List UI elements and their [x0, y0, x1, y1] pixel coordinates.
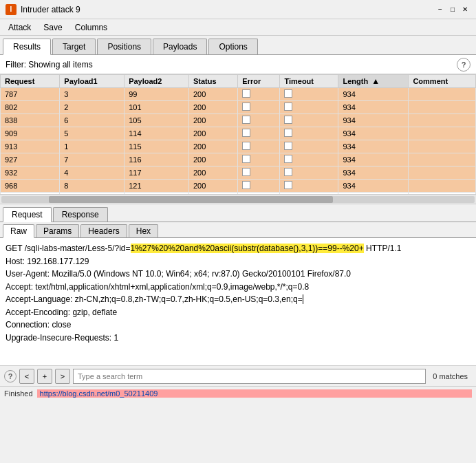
error-checkbox[interactable] [242, 116, 250, 124]
req-line1-prefix: GET /sqli-labs-master/Less-5/?id= [6, 244, 131, 253]
req-line3: User-Agent: Mozilla/5.0 (Windows NT 10.0… [6, 269, 351, 279]
menu-attack[interactable]: Attack [3, 21, 36, 34]
timeout-checkbox[interactable] [284, 116, 292, 124]
timeout-checkbox[interactable] [284, 129, 292, 137]
title-bar-text: Intruder attack 9 [21, 5, 435, 14]
inner-tab-params[interactable]: Params [36, 224, 79, 237]
sub-tab-response[interactable]: Response [53, 207, 108, 222]
menu-columns[interactable]: Columns [69, 21, 113, 34]
timeout-checkbox[interactable] [284, 89, 292, 98]
sub-tab-request[interactable]: Request [3, 207, 52, 222]
table-scrollbar[interactable] [0, 195, 476, 204]
maximize-button[interactable]: □ [447, 4, 458, 15]
req-line7: Connection: close [6, 320, 71, 330]
col-comment[interactable]: Comment [409, 75, 476, 88]
col-request[interactable]: Request [1, 75, 60, 88]
prev-button[interactable]: < [19, 369, 34, 384]
results-table: Request Payload1 Payload2 Status Error T… [0, 74, 476, 195]
timeout-checkbox[interactable] [284, 155, 292, 163]
req-line8: Upgrade-Insecure-Requests: 1 [6, 333, 118, 343]
matches-label: 0 matches [429, 372, 472, 380]
col-status[interactable]: Status [188, 75, 237, 88]
next-button[interactable]: > [55, 369, 70, 384]
tab-target[interactable]: Target [52, 39, 96, 54]
col-error[interactable]: Error [238, 75, 280, 88]
request-content[interactable]: GET /sqli-labs-master/Less-5/?id=1%27%20… [0, 238, 476, 365]
error-checkbox[interactable] [242, 103, 250, 111]
table-row[interactable]: 787399200934 [1, 88, 476, 101]
table-row[interactable]: 9131115200934 [1, 140, 476, 153]
timeout-checkbox[interactable] [284, 142, 292, 150]
add-button[interactable]: + [37, 369, 52, 384]
inner-tab-bar: Raw Params Headers Hex [0, 222, 476, 238]
inner-tab-hex[interactable]: Hex [129, 224, 158, 237]
table-row[interactable]: 9688121200934 [1, 180, 476, 193]
table-row[interactable]: 8022101200934 [1, 101, 476, 114]
status-label: Finished [4, 389, 33, 398]
results-table-container[interactable]: Request Payload1 Payload2 Status Error T… [0, 74, 476, 195]
req-line1: GET /sqli-labs-master/Less-5/?id=1%27%20… [6, 244, 401, 253]
error-checkbox[interactable] [242, 181, 250, 189]
search-input[interactable] [73, 369, 426, 384]
filter-bar: Filter: Showing all items ? [0, 55, 476, 74]
req-line6: Accept-Encoding: gzip, deflate [6, 308, 117, 317]
menu-save[interactable]: Save [38, 21, 67, 34]
req-line4: Accept: text/html,application/xhtml+xml,… [6, 282, 309, 292]
table-row[interactable]: 9277116200934 [1, 153, 476, 166]
req-line1-suffix: HTTP/1.1 [364, 244, 402, 253]
error-checkbox[interactable] [242, 155, 250, 163]
close-button[interactable]: ✕ [459, 4, 470, 15]
table-row[interactable]: 9095114200934 [1, 127, 476, 140]
h-scrollbar-track[interactable] [1, 196, 475, 203]
error-checkbox[interactable] [242, 168, 250, 176]
menu-bar: Attack Save Columns [0, 19, 476, 36]
req-line1-highlight: 1%27%20%20and%20ascii(substr(database(),… [131, 244, 364, 253]
tab-results[interactable]: Results [3, 39, 51, 55]
tab-payloads[interactable]: Payloads [153, 39, 207, 54]
filter-help-button[interactable]: ? [457, 58, 470, 72]
filter-text: Filter: Showing all items [6, 60, 457, 69]
app-icon: I [6, 4, 17, 15]
error-checkbox[interactable] [242, 142, 250, 150]
bottom-toolbar: ? < + > 0 matches [0, 365, 476, 386]
title-bar: I Intruder attack 9 − □ ✕ [0, 0, 476, 19]
timeout-checkbox[interactable] [284, 181, 292, 189]
col-timeout[interactable]: Timeout [280, 75, 338, 88]
error-checkbox[interactable] [242, 89, 250, 98]
col-length[interactable]: Length ▲ [338, 75, 409, 88]
req-line2: Host: 192.168.177.129 [6, 257, 89, 266]
col-payload2[interactable]: Payload2 [125, 75, 189, 88]
sort-arrow: ▲ [371, 76, 380, 86]
status-bar: Finished https://blog.csdn.net/m0_502114… [0, 386, 476, 400]
inner-tab-headers[interactable]: Headers [80, 224, 127, 237]
table-row[interactable]: 9324117200934 [1, 166, 476, 180]
table-header-row: Request Payload1 Payload2 Status Error T… [1, 75, 476, 88]
main-tab-bar: Results Target Positions Payloads Option… [0, 36, 476, 55]
title-bar-controls: − □ ✕ [435, 4, 470, 15]
table-row[interactable]: 8386105200934 [1, 114, 476, 127]
req-line5: Accept-Language: zh-CN,zh;q=0.8,zh-TW;q=… [6, 294, 303, 304]
timeout-checkbox[interactable] [284, 168, 292, 176]
tab-positions[interactable]: Positions [97, 39, 151, 54]
tab-options[interactable]: Options [208, 39, 257, 54]
minimize-button[interactable]: − [435, 4, 446, 15]
sub-tab-bar: Request Response [0, 204, 476, 222]
status-url: https://blog.csdn.net/m0_50211409 [37, 389, 472, 398]
h-scrollbar-thumb[interactable] [49, 196, 333, 203]
timeout-checkbox[interactable] [284, 103, 292, 111]
help-icon-bottom[interactable]: ? [4, 370, 17, 383]
error-checkbox[interactable] [242, 129, 250, 137]
col-payload1[interactable]: Payload1 [60, 75, 125, 88]
inner-tab-raw[interactable]: Raw [3, 224, 34, 238]
